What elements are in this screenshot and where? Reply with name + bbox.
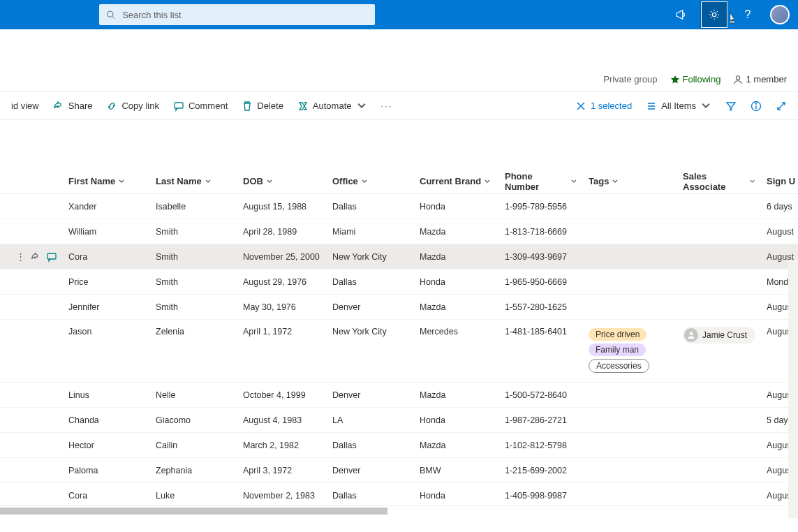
filter-button[interactable]	[720, 95, 742, 117]
column-header-phone[interactable]: Phone Number	[499, 171, 583, 192]
column-header-last_name[interactable]: Last Name	[150, 176, 237, 186]
cell-phone: 1-500-572-8640	[499, 390, 583, 400]
column-header-sales_assoc[interactable]: Sales Associate	[677, 171, 761, 192]
table-row[interactable]: LinusNelleOctober 4, 1999DenverMazda1-50…	[0, 383, 798, 408]
cell-dob: April 3, 1972	[237, 466, 327, 475]
search-input[interactable]	[121, 9, 368, 21]
info-button[interactable]	[745, 95, 767, 117]
horizontal-scrollbar[interactable]	[0, 505, 787, 515]
table-row[interactable]: rsusa.comPalomaZephaniaApril 3, 1972Denv…	[0, 458, 798, 483]
star-icon	[670, 75, 680, 84]
svg-point-10	[690, 332, 693, 336]
table-row[interactable]: ⋮ CoraSmithNovember 25, 2000New York Cit…	[0, 244, 798, 269]
megaphone-icon	[674, 8, 687, 21]
tag-pill[interactable]: Accessories	[589, 359, 649, 373]
cell-first-name: Jason	[63, 327, 150, 337]
following-toggle[interactable]: Following	[670, 74, 721, 84]
chevron-down-icon	[749, 178, 755, 185]
table-row[interactable]: nostraper.eduPriceSmithAugust 29, 1976Da…	[0, 269, 798, 295]
copy-link-button[interactable]: Copy link	[101, 98, 164, 114]
filter-icon	[725, 101, 737, 112]
cell-dob: March 2, 1982	[237, 441, 327, 450]
automate-button[interactable]: Automate	[292, 98, 373, 114]
cell-last-name: Giacomo	[150, 415, 237, 425]
cell-last-name: Smith	[150, 252, 237, 262]
cell-phone: 1-405-998-9987	[499, 491, 583, 501]
cell-office: Miami	[327, 227, 414, 237]
cell-brand: Mercedes	[414, 327, 499, 337]
cell-dob: May 30, 1976	[237, 302, 327, 312]
column-header-first_name[interactable]: First Name	[63, 176, 150, 186]
cell-phone: 1-102-812-5798	[499, 441, 583, 450]
cell-first-name: Jennifer	[63, 302, 150, 312]
share-icon	[53, 101, 64, 112]
cell-signup: 6 days	[761, 202, 798, 212]
selected-count[interactable]: 1 selected	[570, 98, 637, 114]
svg-point-0	[108, 11, 113, 17]
cell-office: Denver	[327, 302, 414, 312]
help-icon: ?	[745, 8, 751, 21]
table-row[interactable]: caXanderIsabelleAugust 15, 1988DallasHon…	[0, 194, 798, 219]
cell-office: Dallas	[327, 202, 414, 212]
chevron-down-icon	[205, 178, 212, 185]
share-button[interactable]: Share	[47, 98, 98, 114]
link-icon	[106, 101, 117, 112]
delete-button[interactable]: Delete	[236, 98, 289, 114]
row-gutter: ⋮	[0, 251, 63, 263]
cell-brand: Honda	[414, 202, 499, 212]
cell-sales-associate: Jamie Crust	[677, 327, 761, 343]
cell-brand: Honda	[414, 277, 499, 287]
settings-button[interactable]	[700, 1, 728, 29]
overflow-button[interactable]: ···	[376, 98, 399, 114]
cell-last-name: Nelle	[150, 390, 237, 400]
table-row[interactable]: duJenniferSmithMay 30, 1976DenverMazda1-…	[0, 295, 798, 320]
cell-phone: 1-987-286-2721	[499, 415, 583, 425]
column-header-signup[interactable]: Sign U	[761, 176, 798, 186]
expand-button[interactable]	[770, 95, 792, 117]
gear-icon	[708, 8, 721, 21]
column-header-office[interactable]: Office	[327, 176, 414, 186]
tag-pill[interactable]: Family man	[589, 343, 646, 356]
cell-office: Denver	[327, 466, 414, 475]
cell-dob: November 25, 2000	[237, 252, 327, 262]
cell-brand: Mazda	[414, 441, 499, 450]
cell-office: Denver	[327, 390, 414, 400]
comment-button[interactable]: Comment	[168, 98, 233, 114]
list-area: First Name Last Name DOB Office Current …	[0, 120, 798, 518]
vertical-scrollbar[interactable]	[788, 260, 798, 518]
table-row[interactable]: us.caCoraLukeNovember 2, 1983DallasHonda…	[0, 483, 798, 508]
grid-view-button[interactable]: id view	[6, 98, 45, 114]
cell-first-name: Hector	[63, 441, 150, 450]
column-header-tags[interactable]: Tags	[583, 176, 677, 186]
cell-office: Dallas	[327, 277, 414, 287]
comment-icon[interactable]	[46, 251, 57, 263]
user-avatar[interactable]	[770, 5, 790, 24]
cell-last-name: Cailin	[150, 441, 237, 450]
view-selector[interactable]: All Items	[640, 98, 717, 114]
persona-avatar-icon	[684, 328, 698, 342]
cell-last-name: Zelenia	[150, 327, 237, 337]
help-button[interactable]: ?	[734, 1, 762, 29]
tag-pill[interactable]: Price driven	[589, 328, 646, 341]
search-box[interactable]	[99, 4, 375, 25]
chevron-down-icon	[118, 178, 125, 185]
table-row[interactable]: JasonZeleniaApril 1, 1972New York CityMe…	[0, 320, 798, 383]
megaphone-button[interactable]	[667, 1, 695, 29]
column-header-row: First Name Last Name DOB Office Current …	[0, 169, 798, 194]
table-row[interactable]: HectorCailinMarch 2, 1982DallasMazda1-10…	[0, 433, 798, 458]
svg-rect-5	[175, 103, 183, 108]
cell-dob: August 29, 1976	[237, 277, 327, 287]
cell-last-name: Luke	[150, 491, 237, 501]
column-header-brand[interactable]: Current Brand	[414, 176, 499, 186]
more-icon[interactable]: ⋮	[16, 251, 25, 262]
column-header-dob[interactable]: DOB	[237, 176, 327, 186]
persona-chip[interactable]: Jamie Crust	[683, 327, 755, 343]
table-row[interactable]: WilliamSmithApril 28, 1989MiamiMazda1-81…	[0, 219, 798, 244]
cell-first-name: William	[63, 227, 150, 237]
members-link[interactable]: 1 member	[733, 74, 787, 84]
cell-first-name: Price	[63, 277, 150, 287]
table-row[interactable]: ChandaGiacomoAugust 4, 1983LAHonda1-987-…	[0, 408, 798, 433]
info-icon	[751, 101, 762, 112]
search-icon	[106, 10, 115, 20]
share-icon[interactable]	[31, 252, 40, 262]
